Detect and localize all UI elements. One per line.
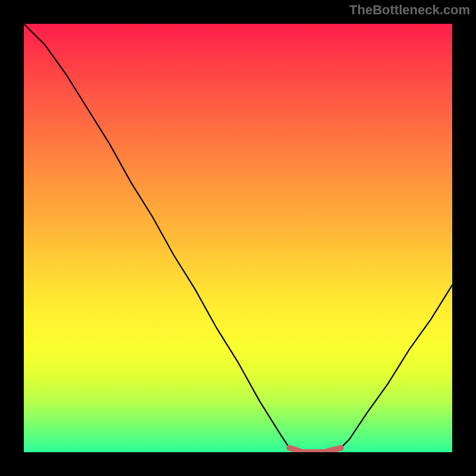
optimal-range-highlight <box>289 448 340 452</box>
bottleneck-curve-path <box>24 24 452 452</box>
bottleneck-chart <box>24 24 452 452</box>
chart-plot-area <box>24 24 452 452</box>
attribution-text: TheBottleneck.com <box>349 2 470 18</box>
